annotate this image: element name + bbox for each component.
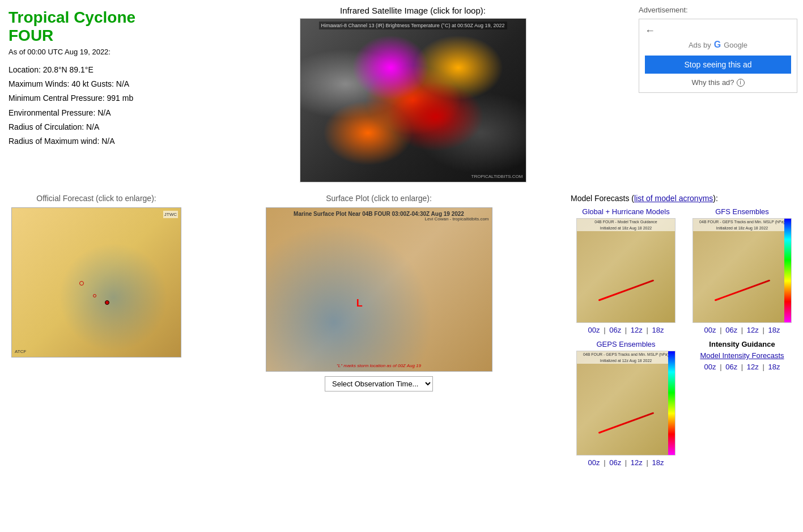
storm-title: Tropical Cyclone FOUR [9, 8, 184, 45]
global-img-init: Initialized at 18z Aug 18 2022 [577, 225, 675, 231]
storm-date: As of 00:00 UTC Aug 19, 2022: [9, 48, 184, 56]
forecast-circle-1 [93, 294, 96, 297]
max-winds-info: Maximum Winds: 40 kt Gusts: N/A [9, 77, 184, 91]
ad-container: ← Ads by G Google Stop seeing this ad Wh… [639, 19, 797, 93]
satellite-label: Himawari-8 Channel 13 (IR) Brightness Te… [318, 22, 507, 29]
global-hurricane-model-item: Global + Hurricane Models 04B FOUR - Mod… [571, 207, 681, 334]
forecast-title[interactable]: Official Forecast (click to enlarge): [6, 194, 187, 203]
geps-18z-link[interactable]: 18z [652, 458, 664, 467]
radius-max-wind-info: Radius of Maximum wind: N/A [9, 134, 184, 148]
gfs-ensembles-model-item: GFS Ensembles 04B FOUR - GEFS Tracks and… [687, 207, 797, 334]
satellite-watermark: TROPICALTIDBITS.COM [471, 174, 523, 179]
global-18z-link[interactable]: 18z [652, 326, 664, 334]
stop-seeing-ad-button[interactable]: Stop seeing this ad [645, 56, 791, 74]
intensity-time-links: 00z | 06z | 12z | 18z [687, 363, 797, 371]
storm-details: Location: 20.8°N 89.1°E Maximum Winds: 4… [9, 63, 184, 148]
satellite-title[interactable]: Infrared Satellite Image (click for loop… [193, 6, 633, 15]
location-info: Location: 20.8°N 89.1°E [9, 63, 184, 77]
surface-plot-section: Surface Plot (click to enlarge): Marine … [193, 194, 565, 471]
info-icon: i [737, 79, 745, 87]
global-12z-link[interactable]: 12z [631, 326, 643, 334]
intensity-06z-link[interactable]: 06z [725, 363, 737, 371]
gfs-color-bar [784, 219, 791, 322]
geps-ensembles-model-item: GEPS Ensembles 04B FOUR - GEPS Tracks an… [571, 340, 681, 467]
global-img-label: 04B FOUR - Model Track Guidance [577, 219, 675, 225]
geps-06z-link[interactable]: 06z [609, 458, 621, 467]
geps-img-label: 04B FOUR - GEPS Tracks and Min. MSLP (hP… [577, 351, 675, 357]
geps-color-bar [668, 351, 675, 455]
ad-title: Advertisement: [639, 6, 797, 14]
storm-location-note: "L" marks storm location as of 00Z Aug 1… [337, 363, 421, 368]
storm-info-panel: Tropical Cyclone FOUR As of 00:00 UTC Au… [6, 6, 187, 182]
gfs-06z-link[interactable]: 06z [725, 326, 737, 334]
gfs-img-init: Initialized at 18z Aug 18 2022 [693, 225, 791, 231]
intensity-12z-link[interactable]: 12z [747, 363, 759, 371]
observation-time-select[interactable]: Select Observation Time... [325, 376, 433, 391]
model-acronyms-link[interactable]: list of model acronyms [634, 194, 713, 203]
satellite-image[interactable]: Himawari-8 Channel 13 (IR) Brightness Te… [300, 18, 526, 182]
gfs-time-links: 00z | 06z | 12z | 18z [687, 326, 797, 334]
intensity-00z-link[interactable]: 00z [704, 363, 716, 371]
gfs-18z-link[interactable]: 18z [768, 326, 780, 334]
geps-img-init: Initialized at 12z Aug 18 2022 [577, 357, 675, 364]
forecast-jtwc-label: JTWC [163, 211, 178, 218]
storm-position-dot [105, 300, 109, 305]
gfs-ensembles-title[interactable]: GFS Ensembles [687, 207, 797, 216]
model-grid: Global + Hurricane Models 04B FOUR - Mod… [571, 207, 797, 471]
global-time-links: 00z | 06z | 12z | 18z [571, 326, 681, 334]
surface-plot-title[interactable]: Surface Plot (click to enlarge): [193, 194, 565, 203]
geps-12z-link[interactable]: 12z [631, 458, 643, 467]
gfs-12z-link[interactable]: 12z [747, 326, 759, 334]
env-pressure-info: Environmental Pressure: N/A [9, 106, 184, 120]
surface-plot-author: Levi Cowan - tropicaltidbits.com [425, 216, 489, 222]
intensity-18z-link[interactable]: 18z [768, 363, 780, 371]
geps-ensembles-title[interactable]: GEPS Ensembles [571, 340, 681, 348]
min-pressure-info: Minimum Central Pressure: 991 mb [9, 91, 184, 105]
back-arrow-icon[interactable]: ← [645, 25, 791, 37]
ads-by-text: Ads by [689, 41, 711, 49]
satellite-section: Infrared Satellite Image (click for loop… [193, 6, 633, 182]
forecast-circle-2 [79, 281, 84, 286]
observation-time-select-container[interactable]: Select Observation Time... [193, 376, 565, 391]
gfs-img-label: 04B FOUR - GEFS Tracks and Min. MSLP (hP… [693, 219, 791, 225]
forecast-image[interactable]: JTWC ATCF [11, 207, 181, 357]
radius-circulation-info: Radius of Circulation: N/A [9, 120, 184, 134]
google-text: Google [724, 41, 747, 49]
global-hurricane-title[interactable]: Global + Hurricane Models [571, 207, 681, 216]
geps-ensembles-image[interactable]: 04B FOUR - GEPS Tracks and Min. MSLP (hP… [576, 351, 675, 456]
intensity-guidance-model-item: Intensity Guidance Model Intensity Forec… [687, 340, 797, 471]
intensity-guidance-title: Intensity Guidance [687, 340, 797, 348]
global-hurricane-image[interactable]: 04B FOUR - Model Track Guidance Initiali… [576, 218, 675, 323]
model-intensity-link[interactable]: Model Intensity Forecasts [700, 351, 784, 360]
gfs-00z-link[interactable]: 00z [704, 326, 716, 334]
surface-plot-image[interactable]: Marine Surface Plot Near 04B FOUR 03:00Z… [266, 207, 492, 372]
gfs-ensembles-image[interactable]: 04B FOUR - GEFS Tracks and Min. MSLP (hP… [692, 218, 792, 323]
google-logo: G [714, 40, 721, 50]
geps-00z-link[interactable]: 00z [588, 458, 600, 467]
official-forecast-section: Official Forecast (click to enlarge): JT… [6, 194, 187, 471]
model-forecasts-section: Model Forecasts (list of model acronyms)… [571, 194, 797, 471]
global-00z-link[interactable]: 00z [588, 326, 600, 334]
advertisement-panel: Advertisement: ← Ads by G Google Stop se… [639, 6, 797, 182]
storm-l-marker: L [356, 297, 363, 309]
geps-time-links: 00z | 06z | 12z | 18z [571, 458, 681, 467]
model-forecasts-header: Model Forecasts (list of model acronyms)… [571, 194, 797, 203]
global-06z-link[interactable]: 06z [609, 326, 621, 334]
why-this-ad[interactable]: Why this ad? i [645, 78, 791, 87]
ads-by-google: Ads by G Google [645, 40, 791, 50]
forecast-jtwc-bottom: ATCF [15, 349, 26, 354]
